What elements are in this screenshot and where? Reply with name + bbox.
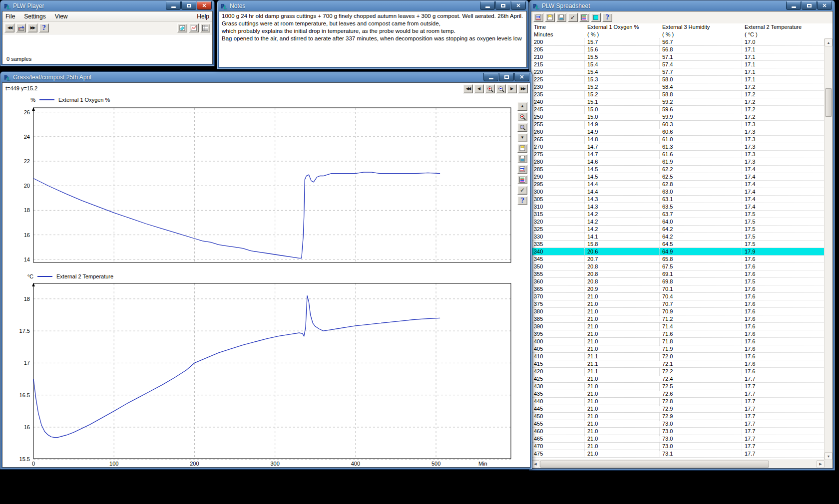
table-row[interactable]: 32514.264.217.5 xyxy=(531,226,825,233)
table-row[interactable]: 38021.070.917.6 xyxy=(531,308,825,315)
spreadsheet-minimize-button[interactable] xyxy=(786,1,801,10)
table-row[interactable]: 35520.869.117.6 xyxy=(531,270,825,278)
notes-minimize-button[interactable] xyxy=(480,1,495,10)
table-row[interactable]: 32014.264.017.5 xyxy=(531,218,825,226)
vertical-scrollbar[interactable]: ▲ ▼ xyxy=(824,38,833,460)
vertical-scroll-thumb[interactable] xyxy=(825,88,832,117)
table-row[interactable]: 43021.072.517.7 xyxy=(531,383,825,390)
table-row[interactable]: 28514.562.217.4 xyxy=(531,166,825,173)
scroll-left-arrow[interactable]: ◀ xyxy=(531,460,539,468)
view-notes-button[interactable] xyxy=(177,23,187,32)
graph-close-button[interactable] xyxy=(514,73,529,81)
select-params-button[interactable]: ✓ xyxy=(568,13,578,22)
select-params-button[interactable]: ✓ xyxy=(517,186,527,195)
table-row[interactable]: 37021.070.417.6 xyxy=(531,293,825,300)
copy-data-button[interactable] xyxy=(533,13,543,22)
player-close-button[interactable] xyxy=(197,1,212,10)
table-row[interactable]: 44021.072.817.7 xyxy=(531,398,825,405)
graph-titlebar[interactable]: PL Grass/leaf/compost 25th April xyxy=(2,72,530,82)
table-row[interactable]: 27014.761.317.3 xyxy=(531,143,825,151)
scroll-up-button[interactable]: ▲ xyxy=(517,102,527,111)
highlight-button[interactable] xyxy=(591,13,601,22)
table-row[interactable]: 36020.869.817.5 xyxy=(531,278,825,285)
table-row[interactable]: 45521.073.017.7 xyxy=(531,420,825,428)
table-row[interactable]: 23015.258.417.2 xyxy=(531,83,825,91)
spreadsheet-titlebar[interactable]: PL PLW Spreadsheet xyxy=(531,0,833,11)
scroll-down-button[interactable]: ▼ xyxy=(517,133,527,142)
table-row[interactable]: 33014.164.217.5 xyxy=(531,233,825,241)
table-row[interactable]: 42521.072.417.7 xyxy=(531,375,825,383)
table-row[interactable]: 39521.071.617.6 xyxy=(531,330,825,338)
step-back-button[interactable]: ◀◀ xyxy=(4,23,14,32)
table-row[interactable]: 21015.557.117.1 xyxy=(531,53,825,61)
horizontal-scrollbar[interactable]: ◀ ▶ xyxy=(531,460,825,468)
menu-file[interactable]: File xyxy=(5,13,15,20)
table-row[interactable]: 40521.071.917.6 xyxy=(531,345,825,353)
view-notes-button[interactable] xyxy=(545,13,555,22)
table-row[interactable]: 41521.172.117.6 xyxy=(531,360,825,368)
save-button[interactable] xyxy=(556,13,566,22)
table-row[interactable]: 34520.765.817.6 xyxy=(531,255,825,263)
player-maximize-button[interactable] xyxy=(181,1,196,10)
table-row[interactable]: 31514.263.717.5 xyxy=(531,211,825,218)
table-row[interactable]: 30514.363.117.4 xyxy=(531,196,825,203)
table-row[interactable]: 20015.756.717.0 xyxy=(531,38,825,46)
player-help-button[interactable]: ? xyxy=(39,23,49,32)
horizontal-scroll-thumb[interactable] xyxy=(540,461,769,468)
scroll-right-fast-button[interactable]: ▶▶ xyxy=(518,84,528,93)
table-row[interactable]: 22515.358.017.1 xyxy=(531,76,825,83)
notes-titlebar[interactable]: PL Notes xyxy=(219,0,527,11)
scroll-left-fast-button[interactable]: ◀◀ xyxy=(463,84,473,93)
table-row[interactable]: 35020.867.517.6 xyxy=(531,263,825,270)
spreadsheet-maximize-button[interactable] xyxy=(802,1,817,10)
player-minimize-button[interactable] xyxy=(166,1,181,10)
table-row[interactable]: 46521.073.017.7 xyxy=(531,435,825,443)
table-row[interactable]: 34020.664.917.9 xyxy=(531,248,825,255)
table-row[interactable]: 29514.462.817.4 xyxy=(531,181,825,188)
notes-close-button[interactable] xyxy=(511,1,526,10)
table-row[interactable]: 24015.159.217.2 xyxy=(531,98,825,106)
zoom-out-y-button[interactable] xyxy=(517,123,527,132)
colour-settings-button[interactable] xyxy=(579,13,589,22)
temperature-chart[interactable]: 1817.51716.51615.50100200300400500Min xyxy=(2,281,517,468)
table-row[interactable]: 31014.363.517.4 xyxy=(531,203,825,211)
copy-data-button[interactable] xyxy=(517,165,527,174)
table-row[interactable]: 45021.072.917.7 xyxy=(531,413,825,420)
table-row[interactable]: 27514.761.617.3 xyxy=(531,151,825,158)
table-row[interactable]: 33515.864.517.5 xyxy=(531,241,825,248)
colour-settings-button[interactable] xyxy=(517,175,527,184)
view-spreadsheet-button[interactable] xyxy=(200,23,210,32)
zoom-in-x-button[interactable] xyxy=(485,84,495,93)
notes-body[interactable]: 1000 g 24 hr old damp grass cuttings + 7… xyxy=(219,11,526,43)
open-file-button[interactable] xyxy=(16,23,26,32)
table-row[interactable]: 41021.172.017.6 xyxy=(531,353,825,360)
graph-minimize-button[interactable] xyxy=(483,73,498,81)
table-row[interactable]: 21515.457.417.1 xyxy=(531,61,825,68)
zoom-in-y-button[interactable] xyxy=(517,112,527,121)
table-row[interactable]: 47521.073.117.7 xyxy=(531,450,825,458)
notes-maximize-button[interactable] xyxy=(495,1,510,10)
oxygen-chart[interactable]: 26242220181614 xyxy=(2,105,517,267)
scroll-right-arrow[interactable]: ▶ xyxy=(817,460,825,468)
zoom-out-x-button[interactable] xyxy=(496,84,506,93)
table-row[interactable]: 43521.072.617.7 xyxy=(531,390,825,398)
player-titlebar[interactable]: PL PLW Player xyxy=(2,0,213,11)
menu-view[interactable]: View xyxy=(55,13,68,20)
scroll-down-arrow[interactable]: ▼ xyxy=(825,452,833,460)
table-row[interactable]: 46021.073.017.7 xyxy=(531,428,825,435)
graph-maximize-button[interactable] xyxy=(499,73,514,81)
spreadsheet-close-button[interactable] xyxy=(817,1,832,10)
table-row[interactable]: 24515.059.617.2 xyxy=(531,106,825,113)
table-row[interactable]: 25514.960.317.3 xyxy=(531,121,825,128)
scroll-up-arrow[interactable]: ▲ xyxy=(825,38,833,46)
table-row[interactable]: 20515.656.817.1 xyxy=(531,46,825,53)
scroll-left-button[interactable]: ◀ xyxy=(474,84,484,93)
table-row[interactable]: 29014.562.517.4 xyxy=(531,173,825,181)
table-row[interactable]: 39021.071.417.6 xyxy=(531,323,825,330)
spreadsheet-help-button[interactable]: ? xyxy=(602,13,612,22)
table-row[interactable]: 47021.073.017.7 xyxy=(531,443,825,450)
table-row[interactable]: 26514.861.017.3 xyxy=(531,136,825,143)
view-notes-button[interactable] xyxy=(517,144,527,153)
save-button[interactable] xyxy=(517,154,527,163)
graph-help-button[interactable]: ? xyxy=(517,196,527,205)
